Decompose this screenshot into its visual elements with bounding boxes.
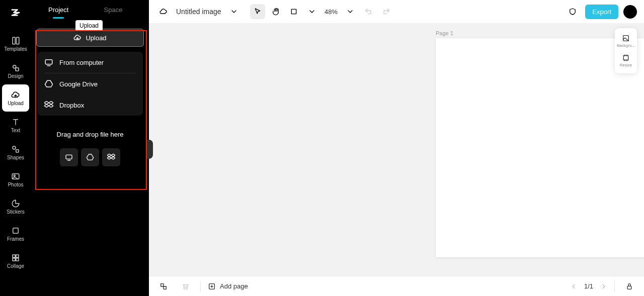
zoom-chevron-down-icon[interactable] [343, 4, 358, 19]
export-button[interactable]: Export [585, 5, 618, 19]
menu-dropbox[interactable]: Dropbox [37, 94, 143, 116]
upload-tooltip: Upload [75, 20, 103, 31]
svg-rect-17 [623, 55, 628, 60]
svg-rect-12 [16, 258, 19, 260]
sidebar-item-collage[interactable]: Collage [2, 247, 29, 274]
resize-tool[interactable]: Resize [615, 51, 637, 70]
sidebar-item-label: Text [11, 128, 20, 133]
sidebar-item-design[interactable]: Design [2, 57, 29, 84]
svg-rect-19 [164, 286, 166, 289]
page-indicator: 1/1 [584, 282, 593, 290]
svg-rect-1 [17, 37, 19, 44]
artboard-chevron-down-icon[interactable] [304, 4, 319, 19]
mini-buttons [60, 148, 120, 166]
title-chevron-down-icon[interactable] [226, 4, 242, 19]
sidebar-item-label: Frames [7, 236, 24, 242]
drop-area[interactable]: Drag and drop file here [31, 131, 149, 166]
mini-dropbox-icon[interactable] [102, 148, 120, 166]
sidebar-item-stickers[interactable]: Stickers [2, 193, 29, 220]
upload-menu: From computer Google Drive Dropbox [37, 52, 143, 116]
svg-rect-9 [13, 255, 15, 257]
document-title[interactable]: Untitled image [176, 8, 221, 16]
prev-page-icon[interactable] [570, 283, 577, 290]
artboard-icon[interactable] [286, 4, 301, 19]
app-logo-icon[interactable] [10, 7, 21, 20]
page-label: Page 1 [436, 30, 453, 36]
sidebar-item-label: Templates [4, 46, 27, 52]
topbar-left: Untitled image [156, 4, 242, 19]
menu-from-computer[interactable]: From computer [37, 52, 143, 73]
svg-rect-0 [13, 37, 15, 44]
avatar[interactable] [623, 5, 637, 19]
sidebar-item-label: Upload [8, 101, 24, 106]
lock-icon[interactable] [622, 279, 637, 294]
tab-project[interactable]: Project [48, 6, 68, 19]
sidebar-item-shapes[interactable]: Shapes [2, 139, 29, 166]
icon-sidebar: Templates Design Upload Text Shapes Phot… [0, 0, 31, 296]
svg-rect-3 [16, 68, 19, 71]
mini-google-drive-icon[interactable] [81, 148, 99, 166]
topbar-center: 48% [250, 4, 394, 19]
cloud-icon[interactable] [156, 4, 171, 19]
sidebar-item-label: Collage [7, 263, 24, 269]
svg-rect-8 [13, 228, 19, 233]
sidebar-item-photos[interactable]: Photos [2, 166, 29, 193]
tab-space[interactable]: Space [104, 6, 122, 19]
right-tool-label: Backgro... [617, 43, 635, 48]
add-page-button[interactable]: Add page [208, 282, 248, 290]
sidebar-item-label: Design [8, 73, 23, 79]
delete-page-icon[interactable] [178, 279, 193, 294]
upload-button-label: Upload [86, 34, 106, 42]
menu-google-drive[interactable]: Google Drive [37, 73, 143, 94]
svg-rect-11 [13, 258, 15, 260]
sidebar-item-label: Photos [8, 182, 23, 187]
redo-icon[interactable] [379, 4, 394, 19]
topbar: Untitled image 48% [149, 0, 644, 23]
sidebar-item-frames[interactable]: Frames [2, 220, 29, 247]
page-thumbnails-icon[interactable] [156, 279, 171, 294]
hand-tool-icon[interactable] [268, 4, 283, 19]
panel-tabs: Project Space [31, 3, 149, 19]
undo-icon[interactable] [361, 4, 376, 19]
add-page-label: Add page [220, 282, 248, 290]
svg-rect-5 [16, 149, 19, 152]
bottombar-right: 1/1 [570, 279, 637, 294]
sidebar-item-templates[interactable]: Templates [2, 30, 29, 57]
shield-icon[interactable] [565, 4, 580, 19]
next-page-icon[interactable] [600, 283, 607, 290]
svg-rect-13 [45, 60, 52, 64]
sidebar-item-label: Shapes [7, 155, 24, 160]
canvas-area[interactable]: Page 1 [149, 23, 644, 276]
topbar-right: Export [565, 4, 637, 19]
zoom-level[interactable]: 48% [325, 8, 338, 16]
upload-button[interactable]: Upload [36, 29, 144, 47]
upload-panel: Project Space Upload Upload From compute… [31, 0, 149, 296]
background-tool[interactable]: Backgro... [615, 31, 637, 51]
menu-item-label: Dropbox [59, 102, 84, 109]
divider [200, 281, 201, 292]
menu-item-label: From computer [59, 59, 104, 66]
svg-rect-21 [627, 286, 631, 289]
divider [614, 281, 615, 292]
right-tools: Backgro... Resize [615, 28, 637, 73]
menu-item-label: Google Drive [59, 80, 98, 88]
svg-point-7 [14, 175, 15, 176]
right-tool-label: Resize [620, 63, 632, 67]
svg-rect-14 [66, 155, 72, 159]
main-area: Untitled image 48% [149, 0, 644, 296]
pointer-tool-icon[interactable] [250, 4, 265, 19]
sidebar-item-label: Stickers [7, 209, 25, 215]
sidebar-item-text[interactable]: Text [2, 112, 29, 139]
svg-rect-10 [16, 255, 19, 257]
svg-point-4 [13, 146, 16, 149]
svg-rect-15 [291, 9, 296, 14]
svg-rect-18 [161, 283, 164, 286]
drop-text: Drag and drop file here [57, 131, 124, 138]
sidebar-item-upload[interactable]: Upload [2, 84, 29, 112]
bottombar: Add page 1/1 [149, 276, 644, 296]
mini-computer-icon[interactable] [60, 148, 78, 166]
canvas-page[interactable] [436, 38, 644, 257]
